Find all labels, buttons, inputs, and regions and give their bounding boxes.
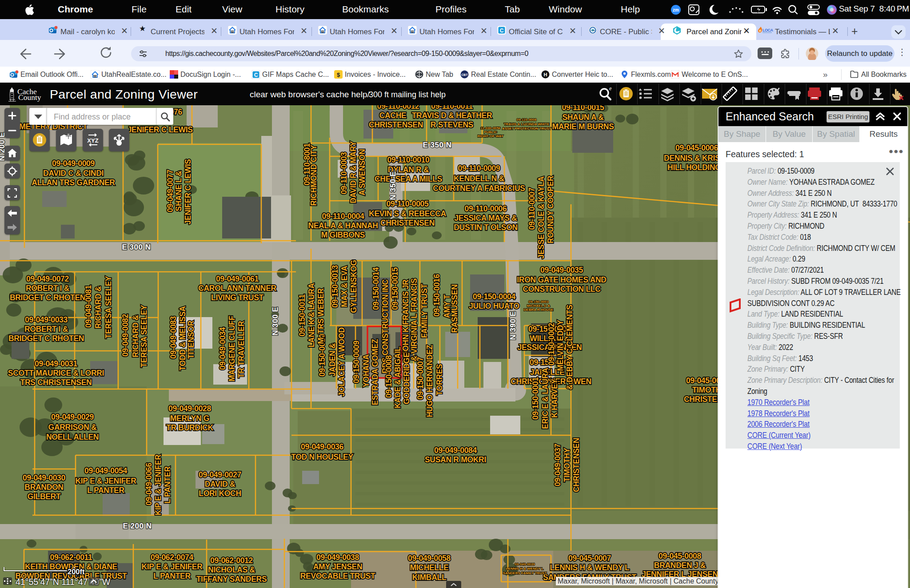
svg-text:BRIDGET C RHOTEN: BRIDGET C RHOTEN xyxy=(8,334,84,343)
svg-text:09-110-8001: 09-110-8001 xyxy=(303,143,311,186)
svg-text:09-049-0031: 09-049-0031 xyxy=(35,359,78,368)
svg-text:N 390 E: N 390 E xyxy=(509,311,517,340)
svg-text:09-049-0083: 09-049-0083 xyxy=(169,316,178,359)
svg-text:DUSTIN T OLSON: DUSTIN T OLSON xyxy=(454,223,518,232)
svg-text:09-049-0077: 09-049-0077 xyxy=(166,170,175,212)
svg-text:TIMOTHY: TIMOTHY xyxy=(563,448,571,482)
svg-text:ASSET PROTECTION TRUST: ASSET PROTECTION TRUST xyxy=(502,127,551,131)
svg-text:KENDELL N &: KENDELL N & xyxy=(454,174,505,183)
svg-text:IRON GATE HOMES AND: IRON GATE HOMES AND xyxy=(517,275,606,284)
svg-text:09-062-0074: 09-062-0074 xyxy=(151,553,194,562)
svg-text:09-110-0006: 09-110-0006 xyxy=(465,204,507,213)
svg-text:09-049-0036: 09-049-0036 xyxy=(301,442,344,451)
svg-text:C: C xyxy=(254,72,258,78)
svg-text:JESSICA MAYS &: JESSICA MAYS & xyxy=(454,214,517,222)
svg-text:L PANTER: L PANTER xyxy=(163,466,172,504)
svg-text:09-150-0015: 09-150-0015 xyxy=(391,267,399,310)
svg-text:N 300 E: N 300 E xyxy=(271,307,279,336)
svg-text:09-062-0011: 09-062-0011 xyxy=(50,553,93,562)
svg-text:09-049-0035: 09-049-0035 xyxy=(540,266,583,274)
svg-text:PUBLIC: PUBLIC xyxy=(484,130,497,134)
svg-text:11-030-0056: 11-030-0056 xyxy=(481,126,501,130)
svg-text:SANDERS FAMILY TRUST: SANDERS FAMILY TRUST xyxy=(503,571,547,575)
svg-text:09-150-0001: 09-150-0001 xyxy=(531,377,540,420)
svg-text:County: County xyxy=(18,93,41,102)
svg-text:NICHOLAS &: NICHOLAS & xyxy=(208,565,255,574)
svg-text:URE: URE xyxy=(321,31,325,33)
svg-text:A SWENSON: A SWENSON xyxy=(358,149,367,196)
svg-text:ALLAN TRS GARDNER: ALLAN TRS GARDNER xyxy=(32,178,115,187)
svg-text:BRANDEN J &: BRANDEN J & xyxy=(654,561,706,570)
svg-text:COURTNEY A FABRICIUS: COURTNEY A FABRICIUS xyxy=(433,184,525,193)
svg-text:09-110-0008: 09-110-0008 xyxy=(517,118,537,122)
svg-text:TIFFANY SANDERS: TIFFANY SANDERS xyxy=(196,575,267,584)
svg-text:DAVID &: DAVID & xyxy=(205,480,235,489)
svg-text:XYZ: XYZ xyxy=(87,137,98,144)
svg-text:BRIDGET C RHOTEN: BRIDGET C RHOTEN xyxy=(10,293,85,302)
svg-text:09-049-0066: 09-049-0066 xyxy=(144,462,153,505)
svg-text:KADE & ABIGAIL: KADE & ABIGAIL xyxy=(393,346,402,409)
svg-text:LOCAL: LOCAL xyxy=(762,28,773,32)
svg-text:CONSTRUCTION LLC: CONSTRUCTION LLC xyxy=(523,285,601,294)
svg-text:E 200 N: E 200 N xyxy=(123,522,152,530)
svg-text:CORE: CORE xyxy=(591,30,595,32)
svg-text:AMY JENSEN: AMY JENSEN xyxy=(313,562,362,571)
svg-text:JENIFER C LEWIS: JENIFER C LEWIS xyxy=(184,159,192,224)
svg-text:JOHN K FRANCIS JR: JOHN K FRANCIS JR xyxy=(401,279,410,356)
svg-text:09-049-0027: 09-049-0027 xyxy=(199,470,241,479)
svg-text:09-049-0038: 09-049-0038 xyxy=(316,553,359,562)
svg-text:JULIO HUATO: JULIO HUATO xyxy=(469,302,519,310)
svg-text:& VIRGINIA L FRANCIS: & VIRGINIA L FRANCIS xyxy=(410,278,419,362)
svg-text:RICHARD &: RICHARD & xyxy=(131,315,140,358)
svg-text:CHRISTENSEN: CHRISTENSEN xyxy=(572,438,581,492)
svg-text:JADEN &: JADEN & xyxy=(328,343,337,376)
svg-text:MICHAEL D &: MICHAEL D & xyxy=(527,304,551,308)
svg-text:09-110-0003: 09-110-0003 xyxy=(339,152,348,195)
svg-text:09-045-0008: 09-045-0008 xyxy=(659,552,702,560)
svg-text:TRAVIS & LUCINDA WHITE: TRAVIS & LUCINDA WHITE xyxy=(504,122,550,126)
svg-text:09-049-0054: 09-049-0054 xyxy=(84,466,128,475)
svg-text:GYLLENSKOG: GYLLENSKOG xyxy=(349,260,358,313)
svg-text:FAMILY TRUST: FAMILY TRUST xyxy=(420,283,429,338)
svg-text:LORI KOCH: LORI KOCH xyxy=(199,489,241,498)
svg-text:M GIBBONS: M GIBBONS xyxy=(321,230,365,239)
svg-text:DAVID C & CINDI: DAVID C & CINDI xyxy=(43,169,104,178)
svg-text:TRS CHRISTENSEN: TRS CHRISTENSEN xyxy=(20,378,92,387)
svg-text:BRANDON: BRANDON xyxy=(24,483,63,492)
svg-text:KIP E & JENIFER: KIP E & JENIFER xyxy=(154,454,163,516)
svg-text:09-049-0082: 09-049-0082 xyxy=(121,314,130,357)
svg-text:MICHELLE: MICHELLE xyxy=(410,563,448,572)
svg-text:ESTRADA GOMEZ: ESTRADA GOMEZ xyxy=(371,339,379,405)
svg-text:09-110-0009: 09-110-0009 xyxy=(458,164,501,173)
svg-text:M, TRS WEBER: M, TRS WEBER xyxy=(316,288,325,344)
svg-text:09-049-0030: 09-049-0030 xyxy=(23,473,66,482)
svg-text:09-110-0011: 09-110-0011 xyxy=(431,105,473,111)
svg-text:09-049-0034: 09-049-0034 xyxy=(218,327,227,370)
svg-text:LIVING TRUST: LIVING TRUST xyxy=(211,293,264,302)
svg-text:HILL HOLDINGS: HILL HOLDINGS xyxy=(667,163,726,172)
svg-text:CHELSEA A MILLS: CHELSEA A MILLS xyxy=(375,175,442,183)
svg-text:MARIE M BURNS: MARIE M BURNS xyxy=(552,122,614,131)
svg-text:MAX & EVA: MAX & EVA xyxy=(340,266,349,307)
svg-text:09-150-0007: 09-150-0007 xyxy=(416,357,425,400)
svg-text:CACHE: CACHE xyxy=(379,111,407,120)
svg-text:TRAVIS D & HEATHER: TRAVIS D & HEATHER xyxy=(412,111,492,120)
svg-text:LANE K & LAURA: LANE K & LAURA xyxy=(307,283,316,347)
svg-text:LENNIS H & WENDY L: LENNIS H & WENDY L xyxy=(506,567,543,571)
svg-text:zm: zm xyxy=(673,8,679,12)
svg-text:09-150-0011: 09-150-0011 xyxy=(298,294,307,337)
svg-text:TITENSOR: TITENSOR xyxy=(187,320,196,359)
svg-text:ROBERT I &: ROBERT I & xyxy=(26,284,70,293)
svg-text:09-110-0004: 09-110-0004 xyxy=(322,212,365,221)
svg-text:JENIFER C LEWIS: JENIFER C LEWIS xyxy=(127,125,192,134)
svg-text:09-110-0005: 09-110-0005 xyxy=(387,199,429,208)
svg-text:CBT: CBT xyxy=(461,73,468,76)
svg-text:N 350 E: N 350 E xyxy=(389,171,397,200)
svg-text:URE: URE xyxy=(231,31,235,33)
svg-text:JESSE COLE & KAYLA: JESSE COLE & KAYLA xyxy=(537,176,546,259)
svg-text:09-110-0010: 09-110-0010 xyxy=(387,155,430,164)
svg-text:ROUNDY COOPER: ROUNDY COOPER xyxy=(546,175,555,243)
svg-text:DEBRA R HOUSE: DEBRA R HOUSE xyxy=(524,308,554,312)
svg-text:NOELL ALLEN: NOELL ALLEN xyxy=(46,433,99,441)
svg-text:H: H xyxy=(544,72,547,77)
